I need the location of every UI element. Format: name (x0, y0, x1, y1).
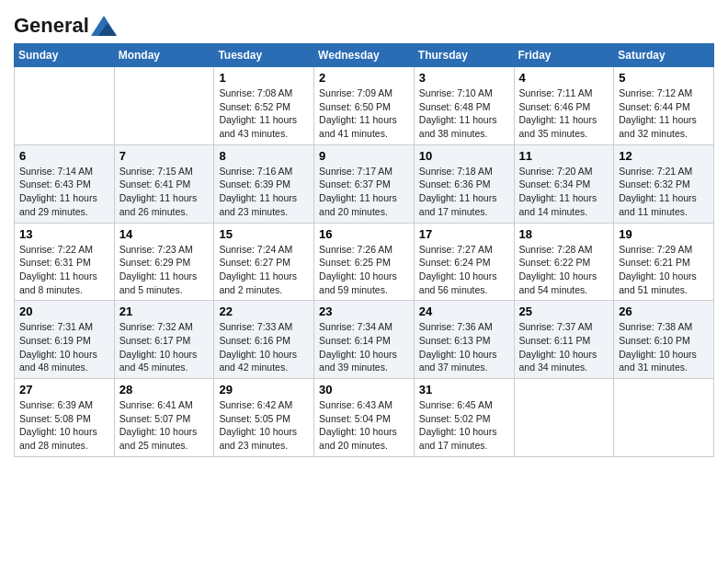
day-number: 5 (619, 71, 709, 85)
day-info: Sunrise: 7:29 AM Sunset: 6:21 PM Dayligh… (619, 243, 709, 297)
day-info: Sunrise: 7:10 AM Sunset: 6:48 PM Dayligh… (419, 86, 509, 141)
day-info: Sunrise: 7:34 AM Sunset: 6:14 PM Dayligh… (319, 320, 409, 374)
day-info: Sunrise: 7:14 AM Sunset: 6:43 PM Dayligh… (19, 165, 109, 219)
day-info: Sunrise: 7:16 AM Sunset: 6:39 PM Dayligh… (219, 165, 309, 219)
calendar-cell: 11Sunrise: 7:20 AM Sunset: 6:34 PM Dayli… (514, 144, 614, 223)
logo-general: General (14, 14, 89, 38)
calendar-cell: 27Sunrise: 6:39 AM Sunset: 5:08 PM Dayli… (15, 379, 115, 457)
day-number: 10 (419, 149, 509, 163)
day-number: 16 (319, 227, 409, 241)
calendar-day-header: Thursday (414, 44, 514, 67)
calendar-week-row: 6Sunrise: 7:14 AM Sunset: 6:43 PM Daylig… (15, 144, 714, 223)
day-number: 26 (619, 304, 709, 318)
logo: General (14, 14, 117, 34)
day-info: Sunrise: 6:43 AM Sunset: 5:04 PM Dayligh… (319, 398, 409, 453)
day-number: 8 (219, 149, 309, 163)
calendar-cell: 24Sunrise: 7:36 AM Sunset: 6:13 PM Dayli… (414, 301, 514, 379)
day-number: 6 (19, 149, 109, 163)
calendar-cell: 25Sunrise: 7:37 AM Sunset: 6:11 PM Dayli… (514, 301, 614, 379)
calendar-day-header: Friday (514, 44, 614, 67)
calendar-day-header: Sunday (15, 44, 115, 67)
day-number: 3 (419, 71, 509, 85)
calendar-cell: 23Sunrise: 7:34 AM Sunset: 6:14 PM Dayli… (314, 301, 415, 379)
calendar-cell: 22Sunrise: 7:33 AM Sunset: 6:16 PM Dayli… (214, 301, 314, 379)
calendar-cell: 18Sunrise: 7:28 AM Sunset: 6:22 PM Dayli… (514, 223, 614, 301)
calendar-day-header: Wednesday (314, 44, 415, 67)
day-info: Sunrise: 6:45 AM Sunset: 5:02 PM Dayligh… (419, 398, 509, 453)
day-info: Sunrise: 7:33 AM Sunset: 6:16 PM Dayligh… (219, 320, 309, 374)
calendar-week-row: 13Sunrise: 7:22 AM Sunset: 6:31 PM Dayli… (15, 223, 714, 301)
day-info: Sunrise: 7:08 AM Sunset: 6:52 PM Dayligh… (219, 86, 309, 141)
day-number: 24 (419, 304, 509, 318)
calendar-week-row: 20Sunrise: 7:31 AM Sunset: 6:19 PM Dayli… (15, 301, 714, 379)
calendar-cell: 7Sunrise: 7:15 AM Sunset: 6:41 PM Daylig… (114, 144, 214, 223)
day-info: Sunrise: 6:39 AM Sunset: 5:08 PM Dayligh… (19, 398, 109, 453)
day-number: 27 (19, 383, 109, 396)
calendar-cell: 10Sunrise: 7:18 AM Sunset: 6:36 PM Dayli… (414, 144, 514, 223)
day-info: Sunrise: 7:17 AM Sunset: 6:37 PM Dayligh… (319, 165, 409, 219)
calendar-cell: 28Sunrise: 6:41 AM Sunset: 5:07 PM Dayli… (114, 379, 214, 457)
calendar-week-row: 27Sunrise: 6:39 AM Sunset: 5:08 PM Dayli… (15, 379, 714, 457)
day-info: Sunrise: 7:31 AM Sunset: 6:19 PM Dayligh… (19, 320, 109, 374)
day-number: 15 (219, 227, 309, 241)
day-info: Sunrise: 7:20 AM Sunset: 6:34 PM Dayligh… (519, 165, 609, 219)
day-number: 25 (519, 304, 609, 318)
day-number: 13 (19, 227, 109, 241)
calendar-cell: 5Sunrise: 7:12 AM Sunset: 6:44 PM Daylig… (614, 67, 714, 145)
calendar-cell: 6Sunrise: 7:14 AM Sunset: 6:43 PM Daylig… (15, 144, 115, 223)
calendar-cell (114, 67, 214, 145)
day-info: Sunrise: 7:26 AM Sunset: 6:25 PM Dayligh… (319, 243, 409, 297)
calendar-cell: 21Sunrise: 7:32 AM Sunset: 6:17 PM Dayli… (114, 301, 214, 379)
calendar-header-row: SundayMondayTuesdayWednesdayThursdayFrid… (15, 44, 714, 67)
day-number: 2 (319, 71, 409, 85)
calendar-cell (514, 379, 614, 457)
day-number: 12 (619, 149, 709, 163)
calendar-table: SundayMondayTuesdayWednesdayThursdayFrid… (14, 43, 714, 457)
day-info: Sunrise: 7:24 AM Sunset: 6:27 PM Dayligh… (219, 243, 309, 297)
day-number: 23 (319, 304, 409, 318)
day-number: 30 (319, 383, 409, 396)
calendar-cell: 2Sunrise: 7:09 AM Sunset: 6:50 PM Daylig… (314, 67, 415, 145)
day-info: Sunrise: 7:32 AM Sunset: 6:17 PM Dayligh… (119, 320, 210, 374)
calendar-cell: 30Sunrise: 6:43 AM Sunset: 5:04 PM Dayli… (314, 379, 415, 457)
day-number: 29 (219, 383, 309, 396)
day-number: 4 (519, 71, 609, 85)
calendar-cell: 17Sunrise: 7:27 AM Sunset: 6:24 PM Dayli… (414, 223, 514, 301)
day-info: Sunrise: 7:11 AM Sunset: 6:46 PM Dayligh… (519, 86, 609, 141)
day-info: Sunrise: 7:28 AM Sunset: 6:22 PM Dayligh… (519, 243, 609, 297)
day-info: Sunrise: 7:12 AM Sunset: 6:44 PM Dayligh… (619, 86, 709, 141)
calendar-cell: 12Sunrise: 7:21 AM Sunset: 6:32 PM Dayli… (614, 144, 714, 223)
calendar-day-header: Tuesday (214, 44, 314, 67)
calendar-cell (614, 379, 714, 457)
calendar-cell: 29Sunrise: 6:42 AM Sunset: 5:05 PM Dayli… (214, 379, 314, 457)
day-info: Sunrise: 7:38 AM Sunset: 6:10 PM Dayligh… (619, 320, 709, 374)
calendar-cell: 20Sunrise: 7:31 AM Sunset: 6:19 PM Dayli… (15, 301, 115, 379)
calendar-cell: 9Sunrise: 7:17 AM Sunset: 6:37 PM Daylig… (314, 144, 415, 223)
day-number: 28 (119, 383, 210, 396)
calendar-week-row: 1Sunrise: 7:08 AM Sunset: 6:52 PM Daylig… (15, 67, 714, 145)
calendar-cell: 16Sunrise: 7:26 AM Sunset: 6:25 PM Dayli… (314, 223, 415, 301)
calendar-day-header: Monday (114, 44, 214, 67)
day-number: 11 (519, 149, 609, 163)
calendar-cell: 26Sunrise: 7:38 AM Sunset: 6:10 PM Dayli… (614, 301, 714, 379)
calendar-cell: 4Sunrise: 7:11 AM Sunset: 6:46 PM Daylig… (514, 67, 614, 145)
calendar-cell: 15Sunrise: 7:24 AM Sunset: 6:27 PM Dayli… (214, 223, 314, 301)
day-number: 20 (19, 304, 109, 318)
day-info: Sunrise: 7:36 AM Sunset: 6:13 PM Dayligh… (419, 320, 509, 374)
day-info: Sunrise: 7:37 AM Sunset: 6:11 PM Dayligh… (519, 320, 609, 374)
calendar-cell (15, 67, 115, 145)
day-number: 21 (119, 304, 210, 318)
day-info: Sunrise: 7:09 AM Sunset: 6:50 PM Dayligh… (319, 86, 409, 141)
day-number: 31 (419, 383, 509, 396)
calendar-cell: 3Sunrise: 7:10 AM Sunset: 6:48 PM Daylig… (414, 67, 514, 145)
calendar-cell: 1Sunrise: 7:08 AM Sunset: 6:52 PM Daylig… (214, 67, 314, 145)
day-info: Sunrise: 7:22 AM Sunset: 6:31 PM Dayligh… (19, 243, 109, 297)
day-info: Sunrise: 7:18 AM Sunset: 6:36 PM Dayligh… (419, 165, 509, 219)
calendar-day-header: Saturday (614, 44, 714, 67)
day-info: Sunrise: 7:23 AM Sunset: 6:29 PM Dayligh… (119, 243, 210, 297)
day-number: 22 (219, 304, 309, 318)
day-number: 7 (119, 149, 210, 163)
day-info: Sunrise: 7:15 AM Sunset: 6:41 PM Dayligh… (119, 165, 210, 219)
day-info: Sunrise: 7:27 AM Sunset: 6:24 PM Dayligh… (419, 243, 509, 297)
day-number: 14 (119, 227, 210, 241)
